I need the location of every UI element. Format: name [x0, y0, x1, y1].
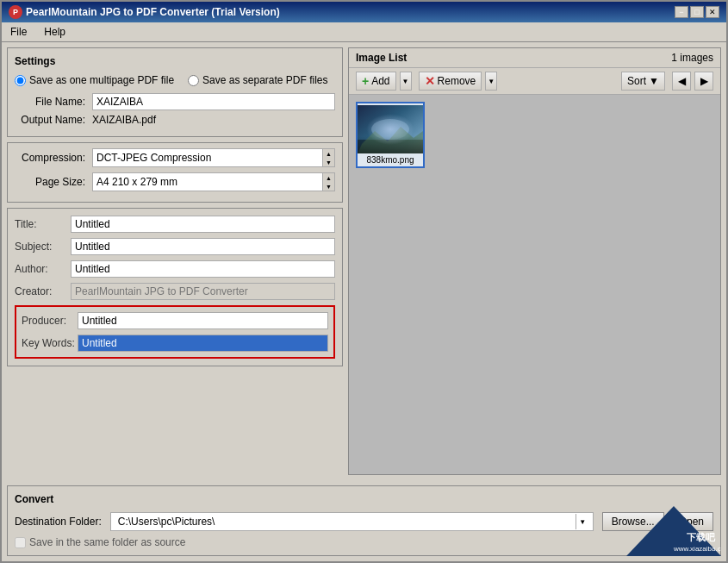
title-meta-input[interactable]: [71, 216, 335, 233]
save-separate-label: Save as separate PDF files: [202, 74, 327, 86]
add-label: Add: [371, 75, 389, 87]
pagesize-spinner[interactable]: ▲ ▼: [322, 173, 334, 191]
filename-row: File Name:: [15, 93, 335, 110]
pagesize-row: Page Size: A4 210 x 279 mm ▲ ▼: [15, 172, 335, 191]
svg-text:www.xiazaiba.com: www.xiazaiba.com: [673, 545, 721, 553]
save-separate-radio[interactable]: [188, 75, 199, 86]
thumb-filename: 838kmo.png: [366, 155, 414, 165]
destination-row: Destination Folder: C:\Users\pc\Pictures…: [15, 512, 713, 531]
image-toolbar: + Add ▼ ✕ Remove ▼ Sort ▼ ◀ ▶: [349, 68, 720, 95]
svg-point-1: [371, 119, 409, 140]
title-bar: P PearlMountain JPG to PDF Converter (Tr…: [2, 2, 726, 22]
compression-combo[interactable]: DCT-JPEG Compression ▲ ▼: [92, 148, 335, 167]
right-panel: Image List 1 images + Add ▼ ✕ Remove ▼: [348, 47, 721, 475]
svg-rect-2: [358, 140, 423, 153]
menu-help[interactable]: Help: [39, 24, 71, 40]
subject-meta-row: Subject:: [15, 238, 335, 255]
sort-button[interactable]: Sort ▼: [621, 72, 665, 91]
remove-dropdown-arrow[interactable]: ▼: [485, 72, 497, 91]
menu-file[interactable]: File: [5, 24, 32, 40]
compression-label: Compression:: [15, 152, 92, 164]
subject-meta-label: Subject:: [15, 241, 71, 253]
save-multipage-option[interactable]: Save as one multipage PDF file: [15, 74, 174, 86]
compression-down[interactable]: ▼: [323, 158, 334, 166]
producer-meta-row: Producer:: [22, 312, 328, 329]
main-window: P PearlMountain JPG to PDF Converter (Tr…: [0, 0, 728, 563]
dest-dropdown-arrow[interactable]: ▼: [576, 514, 589, 529]
pagesize-combo[interactable]: A4 210 x 279 mm ▲ ▼: [92, 172, 335, 191]
menu-bar: File Help: [2, 22, 726, 42]
pagesize-up[interactable]: ▲: [323, 173, 334, 182]
outputname-row: Output Name: XAIZAIBA.pdf: [15, 114, 335, 126]
author-meta-label: Author:: [15, 263, 71, 275]
main-content: Settings Save as one multipage PDF file …: [2, 42, 726, 480]
dest-value: C:\Users\pc\Pictures\: [115, 516, 576, 528]
dest-combo[interactable]: C:\Users\pc\Pictures\ ▼: [110, 512, 594, 531]
image-thumb-item[interactable]: 838kmo.png: [356, 102, 425, 168]
svg-text:下载吧: 下载吧: [687, 532, 716, 542]
thumbnail-preview: [358, 105, 423, 153]
window-title: PearlMountain JPG to PDF Converter (Tria…: [26, 6, 280, 18]
remove-label: Remove: [438, 75, 476, 87]
compression-row: Compression: DCT-JPEG Compression ▲ ▼: [15, 148, 335, 167]
save-multipage-label: Save as one multipage PDF file: [29, 74, 174, 86]
svg-marker-3: [358, 127, 423, 153]
image-list-panel: Image List 1 images + Add ▼ ✕ Remove ▼: [348, 47, 721, 475]
pagesize-label: Page Size:: [15, 176, 92, 188]
compression-up[interactable]: ▲: [323, 149, 334, 158]
prev-button[interactable]: ◀: [672, 72, 691, 91]
next-button[interactable]: ▶: [694, 72, 713, 91]
image-count: 1 images: [671, 52, 713, 64]
convert-section: Convert Destination Folder: C:\Users\pc\…: [7, 485, 721, 556]
svg-rect-0: [358, 105, 423, 153]
save-separate-option[interactable]: Save as separate PDF files: [188, 74, 327, 86]
highlighted-fields: Producer: Key Words:: [15, 305, 335, 359]
pagesize-down[interactable]: ▼: [323, 182, 334, 191]
add-dropdown-arrow[interactable]: ▼: [400, 72, 412, 91]
remove-button[interactable]: ✕ Remove: [419, 72, 482, 91]
author-meta-input[interactable]: [71, 260, 335, 278]
save-options-row: Save as one multipage PDF file Save as s…: [15, 74, 335, 86]
convert-title: Convert: [15, 493, 713, 505]
creator-meta-input: [71, 283, 335, 300]
outputname-value: XAIZAIBA.pdf: [92, 114, 156, 126]
creator-meta-label: Creator:: [15, 285, 71, 297]
image-list-title: Image List: [356, 52, 407, 64]
producer-meta-label: Producer:: [22, 315, 78, 327]
dest-label: Destination Folder:: [15, 516, 102, 528]
maximize-button[interactable]: □: [690, 6, 704, 18]
title-meta-label: Title:: [15, 218, 71, 230]
compression-spinner[interactable]: ▲ ▼: [322, 149, 334, 166]
keywords-meta-input[interactable]: [78, 335, 328, 352]
keywords-meta-label: Key Words:: [22, 337, 78, 349]
save-same-checkbox[interactable]: [15, 537, 26, 548]
sort-arrow-icon: ▼: [649, 75, 659, 87]
image-list-header: Image List 1 images: [349, 48, 720, 68]
outputname-label: Output Name:: [15, 114, 92, 126]
add-button[interactable]: + Add: [356, 72, 396, 91]
left-panel: Settings Save as one multipage PDF file …: [7, 47, 343, 475]
keywords-meta-row: Key Words:: [22, 335, 328, 352]
save-same-row: Save in the same folder as source: [15, 536, 713, 548]
filename-input[interactable]: [92, 93, 335, 110]
minimize-button[interactable]: −: [675, 6, 688, 18]
settings-title: Settings: [15, 55, 335, 67]
plus-icon: +: [362, 74, 369, 88]
producer-meta-input[interactable]: [78, 312, 328, 329]
save-same-label: Save in the same folder as source: [29, 536, 185, 548]
watermark: 下载吧 www.xiazaiba.com: [626, 506, 721, 556]
close-button[interactable]: ✕: [706, 6, 719, 18]
compression-section: Compression: DCT-JPEG Compression ▲ ▼ Pa…: [7, 142, 343, 203]
sort-label: Sort: [627, 75, 646, 87]
filename-label: File Name:: [15, 96, 92, 108]
convert-area: Convert Destination Folder: C:\Users\pc\…: [2, 480, 726, 561]
compression-value: DCT-JPEG Compression: [93, 149, 322, 166]
app-icon: P: [9, 5, 22, 19]
title-meta-row: Title:: [15, 216, 335, 233]
settings-section: Settings Save as one multipage PDF file …: [7, 47, 343, 137]
subject-meta-input[interactable]: [71, 238, 335, 255]
creator-meta-row: Creator:: [15, 283, 335, 300]
image-area: 838kmo.png: [349, 95, 720, 474]
save-multipage-radio[interactable]: [15, 75, 26, 86]
x-icon: ✕: [425, 74, 435, 88]
